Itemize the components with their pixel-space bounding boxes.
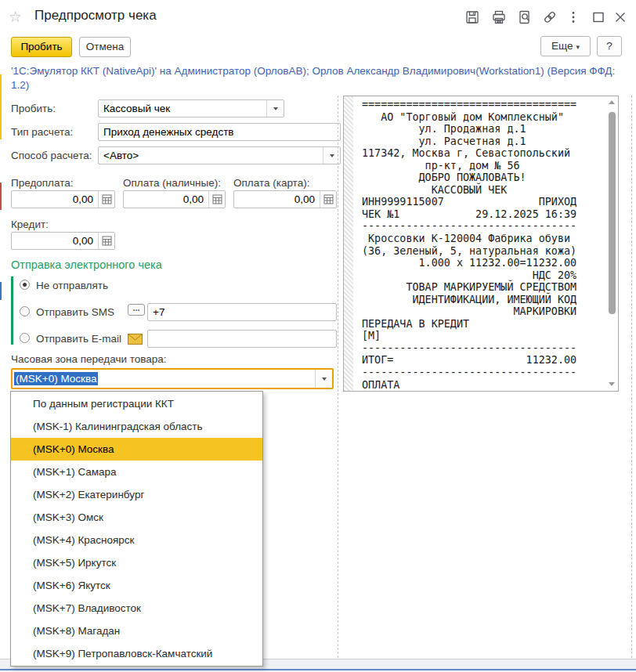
receipt-line: ДОБРО ПОЖАЛОВАТЬ!	[362, 172, 576, 184]
save-icon[interactable]	[464, 9, 480, 25]
print-icon[interactable]	[491, 9, 507, 25]
page-title: Предпросмотр чека	[34, 8, 157, 23]
receipt-line: ==================================	[362, 99, 576, 111]
calculator-icon	[323, 194, 334, 204]
receipt-line: Кроссовки К-120004 Фабрика обуви	[362, 233, 576, 245]
edge-mark-yellow	[0, 74, 2, 139]
radio-send-email[interactable]	[20, 333, 30, 343]
more-button[interactable]: Еще▾	[540, 36, 591, 56]
calculator-button[interactable]	[98, 191, 114, 208]
commit-button[interactable]: Пробить	[11, 37, 72, 57]
calc-type-field[interactable]: Приход денежных средств	[98, 123, 341, 141]
receipt-line: ИНН9999115007 ПРИХОД	[362, 196, 576, 208]
field-label-operation: Пробить:	[11, 103, 56, 114]
favorite-star-icon[interactable]: ☆	[9, 8, 22, 26]
timezone-option[interactable]: (MSK+7) Владивосток	[11, 597, 262, 620]
credit-value: 0,00	[12, 235, 98, 247]
close-icon[interactable]	[613, 9, 628, 25]
receipt-line: ----------------------------------	[362, 220, 576, 233]
timezone-option[interactable]: (MSK+5) Иркутск	[11, 551, 262, 574]
radio-send-sms[interactable]	[20, 306, 30, 316]
operation-value: Кассовый чек	[99, 103, 266, 114]
receipt-line: ул. Продажная д.1	[362, 123, 576, 135]
timezone-option[interactable]: (MSK+2) Екатеринбург	[11, 483, 262, 506]
edge-mark-blue	[0, 282, 2, 300]
receipt-line: пр-кт, дом № 56	[362, 160, 576, 172]
timezone-option[interactable]: (MSK-1) Калининградская область	[11, 415, 262, 438]
link-icon[interactable]	[542, 9, 558, 25]
scroll-up-icon[interactable]	[609, 100, 615, 104]
form-splitter-left[interactable]	[338, 96, 338, 658]
timezone-option[interactable]: (MSK+3) Омск	[11, 506, 262, 529]
card-payment-label: Оплата (карта):	[233, 177, 309, 189]
section-group-bar	[11, 276, 13, 345]
receipt-preview-window: ☆ Предпросмотр чека Пробить	[0, 0, 636, 672]
cash-payment-input[interactable]: 0,00	[123, 190, 226, 208]
prepayment-input[interactable]: 0,00	[11, 190, 115, 208]
operation-dropdown-button[interactable]	[266, 100, 284, 117]
calculator-button[interactable]	[98, 233, 114, 249]
credit-input[interactable]: 0,00	[11, 232, 115, 250]
receipt-line: ул. Расчетная д.1	[362, 135, 576, 148]
radio-send-email-label: Отправить E-mail	[36, 333, 121, 345]
radio-do-not-send[interactable]	[20, 280, 30, 290]
more-vert-icon[interactable]	[570, 9, 576, 25]
section-title-electronic-receipt: Отправка электронного чека	[11, 258, 162, 271]
credit-label: Кредит:	[11, 219, 49, 230]
scroll-down-icon[interactable]	[609, 382, 615, 386]
timezone-option-selected[interactable]: (MSK+0) Москва	[11, 438, 262, 461]
prepayment-value: 0,00	[12, 193, 98, 205]
radio-send-sms-label: Отправить SMS	[36, 306, 114, 318]
receipt-line: [М]	[362, 330, 576, 342]
card-payment-input[interactable]: 0,00	[233, 190, 337, 208]
timezone-option[interactable]: (MSK+4) Красноярск	[11, 529, 262, 551]
cash-payment-value: 0,00	[124, 193, 208, 205]
receipt-line: 117342, Москва г, Севастопольский	[362, 147, 576, 160]
sms-phone-input[interactable]: +7	[147, 303, 337, 321]
receipt-line: КАССОВЫЙ ЧЕК	[362, 184, 576, 197]
prepayment-label: Предоплата:	[11, 177, 74, 189]
calculator-button[interactable]	[208, 191, 225, 208]
timezone-option[interactable]: (MSK+8) Магадан	[11, 620, 262, 642]
receipt-preview-panel: ================================== АО "Т…	[343, 96, 619, 392]
operation-combobox[interactable]: Кассовый чек	[98, 99, 284, 117]
form-splitter-right[interactable]	[631, 96, 632, 658]
preview-icon[interactable]	[517, 9, 533, 25]
timezone-option[interactable]: По данным регистрации ККТ	[11, 392, 262, 415]
kkt-device-link[interactable]: '1С:Эмулятор ККТ (NativeApi)' на Админис…	[11, 64, 628, 92]
timezone-combobox[interactable]: (MSK+0) Москва	[11, 368, 334, 389]
timezone-option[interactable]: (MSK+6) Якутск	[11, 574, 262, 597]
calc-type-value: Приход денежных средств	[99, 126, 340, 138]
receipt-line: ИДЕНТИФИКАЦИИ, ИМЕЮЩИЙ КОД	[362, 294, 576, 306]
receipt-line: ----------------------------------	[362, 342, 576, 355]
cancel-button[interactable]: Отмена	[79, 37, 131, 57]
maximize-icon[interactable]	[591, 9, 606, 25]
edge-mark-red	[0, 182, 2, 210]
receipt-line: ЧЕК №1 29.12.2025 16:39	[362, 208, 576, 221]
calculator-button[interactable]	[320, 191, 336, 208]
timezone-dropdown-button[interactable]	[315, 370, 332, 388]
timezone-label: Часовая зона передачи товара:	[11, 353, 167, 365]
receipt-line: МАРКИРОВКИ	[362, 305, 576, 318]
calculator-icon	[102, 236, 112, 246]
calculator-icon	[102, 194, 112, 204]
help-button[interactable]: ?	[597, 36, 622, 56]
calc-method-value: <Авто>	[99, 150, 323, 161]
receipt-line: ПЕРЕДАЧА В КРЕДИТ	[362, 318, 576, 331]
receipt-line: ИТОГ= 11232.00	[362, 354, 576, 367]
timezone-option[interactable]: (MSK+9) Петропавловск-Камчатский	[11, 642, 262, 665]
chevron-down-icon	[273, 107, 278, 110]
chevron-down-icon: ▾	[576, 43, 580, 51]
scrollbar-thumb[interactable]	[609, 112, 616, 314]
chevron-down-icon	[330, 154, 334, 157]
cash-payment-label: Оплата (наличные):	[123, 177, 221, 189]
field-label-calc-method: Способ расчета:	[11, 150, 92, 161]
envelope-icon[interactable]	[128, 334, 143, 348]
sms-dots-icon[interactable]: ...	[128, 304, 145, 316]
calc-method-combobox[interactable]: <Авто>	[98, 146, 341, 164]
card-payment-value: 0,00	[234, 193, 320, 205]
receipt-line: ТОВАР МАРКИРУЕМЫЙ СРЕДСТВОМ	[362, 281, 576, 294]
timezone-option[interactable]: (MSK+1) Самара	[11, 461, 262, 483]
email-input[interactable]	[147, 330, 337, 348]
receipt-text: ================================== АО "Т…	[362, 99, 576, 391]
